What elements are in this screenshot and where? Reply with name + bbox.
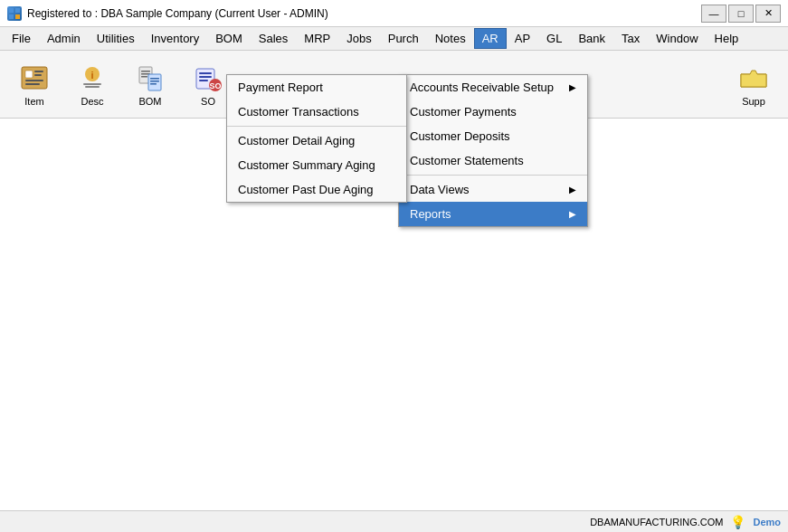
customer-summary-aging-item[interactable]: Customer Summary Aging <box>227 153 406 177</box>
customer-statements-item[interactable]: Customer Statements <box>399 148 587 173</box>
menu-utilities[interactable]: Utilities <box>89 28 143 49</box>
maximize-button[interactable]: □ <box>728 5 754 23</box>
so-label: SO <box>201 96 215 107</box>
customer-payments-label: Customer Payments <box>410 105 517 119</box>
supp-label: Supp <box>742 96 765 107</box>
bom-label: BOM <box>138 96 161 107</box>
status-bar: DBAMANUFACTURING.COM 💡 Demo <box>0 510 788 532</box>
customer-deposits-item[interactable]: Customer Deposits <box>399 124 587 148</box>
svg-text:i: i <box>90 70 93 81</box>
desc-label: Desc <box>81 96 103 107</box>
close-button[interactable]: ✕ <box>755 5 781 23</box>
item-label: Item <box>24 96 43 107</box>
svg-rect-5 <box>25 71 33 78</box>
so-icon: SO <box>192 62 224 94</box>
menu-ap[interactable]: AP <box>507 28 538 49</box>
menu-sales[interactable]: Sales <box>251 28 297 49</box>
ar-setup-arrow: ▶ <box>569 82 576 92</box>
menu-notes[interactable]: Notes <box>427 28 474 49</box>
svg-rect-8 <box>25 80 43 81</box>
svg-rect-17 <box>141 76 147 78</box>
svg-rect-9 <box>25 83 40 85</box>
data-views-label: Data Views <box>410 183 470 196</box>
data-views-item[interactable]: Data Views ▶ <box>399 177 587 202</box>
menu-window[interactable]: Window <box>648 28 706 49</box>
svg-rect-15 <box>141 71 150 72</box>
customer-detail-aging-item[interactable]: Customer Detail Aging <box>227 128 406 153</box>
bulb-icon: 💡 <box>730 515 745 529</box>
svg-rect-23 <box>199 72 212 74</box>
svg-rect-7 <box>34 74 42 76</box>
svg-rect-24 <box>199 76 212 78</box>
desc-icon: i <box>76 62 109 94</box>
title-bar: Registered to : DBA Sample Company (Curr… <box>0 0 788 27</box>
customer-transactions-item[interactable]: Customer Transactions <box>227 100 406 124</box>
customer-payments-item[interactable]: Customer Payments <box>399 100 587 124</box>
svg-rect-19 <box>150 78 159 80</box>
menu-ar[interactable]: AR <box>474 28 507 49</box>
customer-summary-aging-label: Customer Summary Aging <box>238 158 375 172</box>
payment-report-label: Payment Report <box>238 81 323 94</box>
reports-separator <box>227 126 406 127</box>
payment-report-item[interactable]: Payment Report <box>227 75 406 100</box>
svg-rect-21 <box>150 83 157 85</box>
customer-detail-aging-label: Customer Detail Aging <box>238 134 355 147</box>
ar-separator-1 <box>399 175 587 176</box>
menu-inventory[interactable]: Inventory <box>143 28 207 49</box>
reports-label: Reports <box>410 207 451 221</box>
menu-gl[interactable]: GL <box>538 28 570 49</box>
menu-bank[interactable]: Bank <box>570 28 613 49</box>
reports-item[interactable]: Reports ▶ <box>399 202 587 226</box>
toolbar-item[interactable]: Item <box>7 55 62 114</box>
ar-dropdown[interactable]: Accounts Receivable Setup ▶ Customer Pay… <box>398 74 588 227</box>
svg-rect-13 <box>85 86 100 88</box>
supp-icon <box>737 62 770 94</box>
svg-rect-20 <box>150 81 159 82</box>
menu-purch[interactable]: Purch <box>380 28 427 49</box>
customer-deposits-label: Customer Deposits <box>410 129 510 143</box>
menu-admin[interactable]: Admin <box>39 28 89 49</box>
svg-rect-0 <box>9 8 14 13</box>
title-text: Registered to : DBA Sample Company (Curr… <box>27 7 328 20</box>
demo-label: Demo <box>753 517 781 527</box>
title-bar-left: Registered to : DBA Sample Company (Curr… <box>7 6 328 21</box>
menu-mrp[interactable]: MRP <box>296 28 338 49</box>
menu-bar: File Admin Utilities Inventory BOM Sales… <box>0 27 788 51</box>
status-url: DBAMANUFACTURING.COM <box>590 517 723 527</box>
svg-rect-2 <box>9 14 14 19</box>
customer-past-due-aging-item[interactable]: Customer Past Due Aging <box>227 177 406 202</box>
customer-transactions-label: Customer Transactions <box>238 105 359 119</box>
reports-arrow: ▶ <box>569 209 576 219</box>
reports-dropdown[interactable]: Payment Report Customer Transactions Cus… <box>226 74 407 203</box>
svg-rect-1 <box>15 8 20 13</box>
minimize-button[interactable]: — <box>701 5 726 23</box>
svg-rect-25 <box>199 80 208 81</box>
svg-rect-3 <box>15 14 20 19</box>
menu-bom[interactable]: BOM <box>207 28 251 49</box>
svg-rect-12 <box>83 83 101 85</box>
menu-tax[interactable]: Tax <box>613 28 648 49</box>
toolbar-supp[interactable]: Supp <box>726 55 781 114</box>
menu-file[interactable]: File <box>4 28 39 49</box>
window-controls: — □ ✕ <box>701 5 781 23</box>
svg-text:SO: SO <box>209 81 221 90</box>
bom-icon <box>134 62 166 94</box>
svg-rect-18 <box>148 74 161 90</box>
ar-setup-item[interactable]: Accounts Receivable Setup ▶ <box>399 75 587 100</box>
ar-setup-label: Accounts Receivable Setup <box>410 81 554 94</box>
menu-jobs[interactable]: Jobs <box>338 28 379 49</box>
data-views-arrow: ▶ <box>569 185 576 195</box>
menu-help[interactable]: Help <box>707 28 747 49</box>
toolbar-bom[interactable]: BOM <box>123 55 177 114</box>
customer-past-due-aging-label: Customer Past Due Aging <box>238 183 374 196</box>
item-icon <box>18 62 51 94</box>
app-icon <box>7 6 22 21</box>
customer-statements-label: Customer Statements <box>410 154 524 167</box>
toolbar-desc[interactable]: i Desc <box>65 55 119 114</box>
svg-rect-6 <box>34 71 43 72</box>
